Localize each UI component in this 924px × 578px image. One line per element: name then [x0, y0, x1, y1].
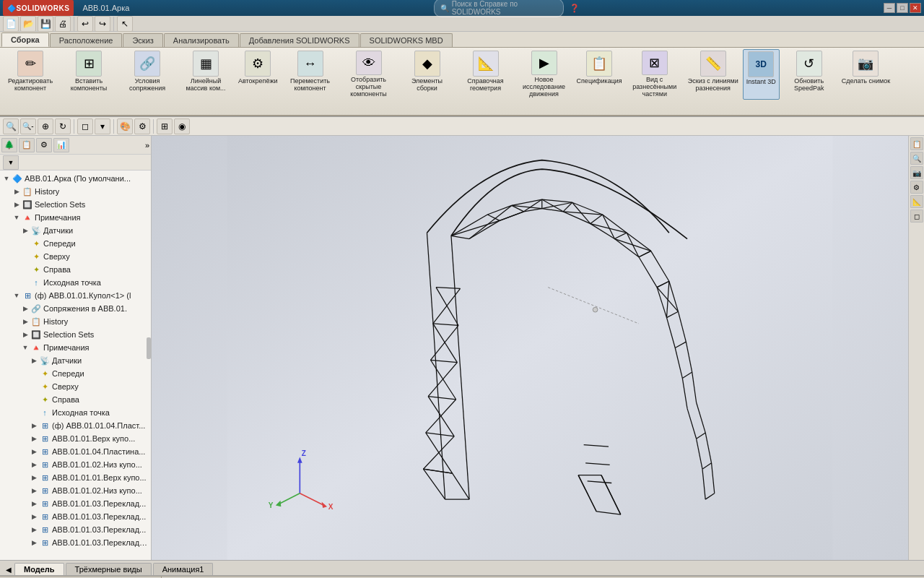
open-btn[interactable]: 📂 — [20, 16, 36, 32]
notes2-expander[interactable]: ▼ — [20, 342, 30, 353]
motion-study-btn[interactable]: ▶ Новое исследование движения — [515, 49, 573, 100]
config-mgr-btn[interactable]: ⚙ — [36, 138, 52, 152]
zoom-in-btn[interactable]: 🔍 — [3, 118, 19, 134]
rotate-view-btn[interactable]: ↻ — [55, 118, 71, 134]
bom-btn[interactable]: 📋 Спецификация — [574, 49, 625, 100]
plastina2-expander[interactable]: ▶ — [29, 447, 39, 457]
help-icon[interactable]: ❓ — [570, 4, 580, 13]
maximize-btn[interactable]: □ — [897, 3, 908, 13]
insert-components-btn[interactable]: ⊞ Вставить компоненты — [60, 49, 118, 100]
tree-item-notes2[interactable]: ▼ 🔺 Примечания — [0, 341, 151, 354]
tree-item-perekl1[interactable]: ▶ ⊞ АВВ.01.01.03.Переклад... — [0, 497, 151, 510]
tree-item-selsets2[interactable]: ▶ 🔲 Selection Sets — [0, 328, 151, 341]
niz1-expander[interactable]: ▶ — [29, 460, 39, 470]
perekl3-expander[interactable]: ▶ — [29, 525, 39, 535]
tree-item-origin[interactable]: ▶ ↑ Исходная точка — [0, 276, 151, 289]
tab-animation1[interactable]: Анимация1 — [153, 563, 214, 575]
panel-resizer[interactable] — [147, 337, 151, 359]
tree-item-plastina2[interactable]: ▶ ⊞ АВВ.01.01.04.Пластина... — [0, 445, 151, 458]
explode-lines-btn[interactable]: 📏 Эскиз с линиями разнесения — [684, 49, 742, 100]
scroll-left-btn[interactable]: ◀ — [3, 564, 14, 575]
linear-pattern-btn[interactable]: ▦ Линейный массив ком... — [177, 49, 235, 100]
select-btn[interactable]: ↖ — [117, 16, 133, 32]
perekl2-expander[interactable]: ▶ — [29, 512, 39, 522]
screenshot-btn[interactable]: 📷 Сделать снимок — [839, 49, 893, 100]
edit-component-btn[interactable]: ✏ Редактировать компонент — [1, 49, 59, 100]
view-display-btn[interactable]: ◻ — [77, 118, 93, 134]
niz2-expander[interactable]: ▶ — [29, 486, 39, 496]
ref-geometry-btn[interactable]: 📐 Справочная геометрия — [457, 49, 515, 100]
sensors2-expander[interactable]: ▶ — [29, 355, 39, 366]
tree-item-front2[interactable]: ▶ ✦ Спереди — [0, 367, 151, 380]
tree-item-history1[interactable]: ▶ 📋 History — [0, 185, 151, 198]
tree-item-plastina1[interactable]: ▶ ⊞ (ф) АВВ.01.01.04.Пласт... — [0, 419, 151, 432]
zoom-out-btn[interactable]: 🔍- — [20, 118, 36, 134]
tree-root[interactable]: ▼ 🔷 АВВ.01.Арка (По умолчани... — [0, 172, 151, 185]
tree-item-verh1[interactable]: ▶ ⊞ АВВ.01.01.Верх купо... — [0, 432, 151, 445]
redo-btn[interactable]: ↪ — [95, 16, 110, 32]
right-btn-5[interactable]: 📐 — [910, 195, 923, 208]
feature-tree[interactable]: ▼ 🔷 АВВ.01.Арка (По умолчани... ▶ 📋 Hist… — [0, 171, 151, 560]
tab-sketch[interactable]: Эскиз — [123, 33, 162, 47]
right-btn-4[interactable]: ⚙ — [910, 181, 923, 194]
exploded-view-btn[interactable]: ⊠ Вид с разнесёнными частями — [626, 49, 684, 100]
tab-analyze[interactable]: Анализировать — [164, 33, 239, 47]
right-btn-3[interactable]: 📷 — [910, 166, 923, 179]
appearance-btn[interactable]: 🎨 — [117, 118, 133, 134]
mate-btn[interactable]: 🔗 Условия сопряжения — [118, 49, 176, 100]
view-drop-btn[interactable]: ▾ — [95, 118, 110, 134]
instant3d-btn[interactable]: 3D Instant 3D — [743, 49, 780, 100]
root-expander[interactable]: ▼ — [1, 173, 12, 184]
zoom-fit-btn[interactable]: ⊕ — [38, 118, 53, 134]
filter-btn[interactable]: ▼ — [3, 155, 19, 170]
tree-item-mating[interactable]: ▶ 🔗 Сопряжения в АВВ.01. — [0, 302, 151, 315]
tree-item-pereklaz[interactable]: ▶ ⊞ АВВ.01.01.03.Перекладз... — [0, 536, 151, 549]
tab-addins[interactable]: Добавления SOLIDWORKS — [240, 33, 359, 47]
tree-item-perekl3[interactable]: ▶ ⊞ АВВ.01.01.03.Переклад... — [0, 523, 151, 536]
move-component-btn[interactable]: ↔ Переместить компонент — [282, 49, 339, 100]
search-box[interactable]: 🔍 Поиск в Справке по SOLIDWORKS — [434, 0, 564, 17]
undo-btn[interactable]: ↩ — [77, 16, 93, 32]
tree-item-sensors2[interactable]: ▶ 📡 Датчики — [0, 354, 151, 367]
update-speedpak-btn[interactable]: ↺ Обновить SpeedPak — [780, 49, 838, 100]
sensors-expander[interactable]: ▶ — [20, 225, 30, 236]
section-view-btn[interactable]: ⊞ — [157, 118, 173, 134]
smartfasteners-btn[interactable]: ⚙ Автокрепёжи — [235, 49, 281, 100]
right-btn-6[interactable]: ◻ — [910, 210, 923, 223]
close-btn[interactable]: ✕ — [910, 3, 921, 13]
property-mgr-btn[interactable]: 📋 — [19, 138, 35, 152]
mating-expander[interactable]: ▶ — [20, 303, 30, 314]
feature-tree-btn[interactable]: 🌲 — [1, 138, 17, 152]
right-btn-2[interactable]: 🔍 — [910, 152, 923, 165]
assembly-features-btn[interactable]: ◆ Элементы сборки — [398, 49, 456, 100]
view-settings-btn[interactable]: ⚙ — [134, 118, 150, 134]
plastina1-expander[interactable]: ▶ — [29, 420, 39, 431]
tree-item-origin2[interactable]: ▶ ↑ Исходная точка — [0, 406, 151, 419]
panel-expand-btn[interactable]: » — [145, 141, 149, 150]
dm-mgr-btn[interactable]: 📊 — [53, 138, 69, 152]
tree-item-kupol[interactable]: ▼ ⊞ (ф) АВВ.01.01.Купол<1> (l — [0, 289, 151, 302]
print-btn[interactable]: 🖨 — [55, 16, 71, 32]
save-btn[interactable]: 💾 — [38, 16, 53, 32]
tab-assembly[interactable]: Сборка — [1, 33, 49, 47]
view-orient-btn[interactable]: ◉ — [174, 118, 190, 134]
tree-item-notes1[interactable]: ▼ 🔺 Примечания — [0, 211, 151, 224]
tree-item-sensors[interactable]: ▶ 📡 Датчики — [0, 224, 151, 237]
tree-item-right[interactable]: ▶ ✦ Справа — [0, 263, 151, 276]
tree-item-niz2[interactable]: ▶ ⊞ АВВ.01.01.02.Низ купо... — [0, 484, 151, 497]
tab-3d-views[interactable]: Трёхмерные виды — [66, 563, 152, 575]
verh1-expander[interactable]: ▶ — [29, 434, 39, 444]
selsets1-expander[interactable]: ▶ — [12, 199, 22, 210]
tree-item-front[interactable]: ▶ ✦ Спереди — [0, 237, 151, 250]
tree-item-perekl2[interactable]: ▶ ⊞ АВВ.01.01.03.Переклад... — [0, 510, 151, 523]
minimize-btn[interactable]: ─ — [884, 3, 895, 13]
notes1-expander[interactable]: ▼ — [12, 212, 22, 223]
new-btn[interactable]: 📄 — [3, 16, 19, 32]
tree-item-niz1[interactable]: ▶ ⊞ АВВ.01.01.02.Низ купо... — [0, 458, 151, 471]
3d-viewport[interactable]: Z X Y — [152, 136, 908, 560]
kupol-expander[interactable]: ▼ — [12, 290, 22, 301]
tree-item-history2[interactable]: ▶ 📋 History — [0, 315, 151, 328]
tab-layout[interactable]: Расположение — [50, 33, 123, 47]
tree-item-selsets1[interactable]: ▶ 🔲 Selection Sets — [0, 198, 151, 211]
history1-expander[interactable]: ▶ — [12, 186, 22, 197]
